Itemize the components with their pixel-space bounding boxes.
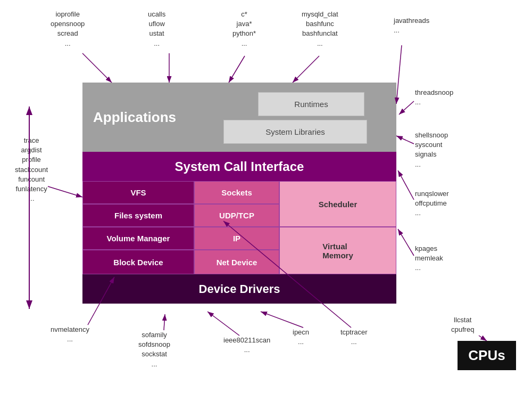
label-top-center: c*java*python*... [232,10,256,48]
label-bot-left: nvmelatency... [51,325,89,344]
svg-line-6 [229,56,245,83]
label-left-side: traceargdistprofilestackcountfuncountfun… [15,136,48,203]
label-right-mid-top: shellsnoopsyscountsignals... [415,130,448,169]
svg-line-10 [396,136,414,144]
label-bot-right: tcptracer... [340,328,368,347]
label-top-left: ioprofileopensnoopscread... [51,10,85,48]
drivers-title: Device Drivers [199,282,280,296]
svg-line-18 [479,336,487,341]
cell-net-device: Net Device [194,250,279,274]
svg-line-15 [207,312,239,336]
label-bot-center: ieee80211scan... [223,336,270,355]
layer-device-drivers: Device Drivers [82,274,396,304]
cell-udptcp: UDP/TCP [194,204,279,227]
svg-line-4 [82,53,112,83]
cell-filesystem: Files system [82,204,194,227]
svg-line-16 [261,312,303,328]
label-bot-center-right: ipecn... [293,328,309,347]
layer-applications: Applications Runtimes System Libraries [82,83,396,152]
svg-line-7 [293,56,319,83]
box-system-libraries: System Libraries [223,120,367,144]
label-bot-center-left: sofamilysofdsnoopsockstat... [138,330,170,369]
main-diagram: Applications Runtimes System Libraries S… [82,83,396,312]
label-top-right: javathreads... [394,16,429,35]
cell-vfs: VFS [82,181,194,204]
label-bot-far-right: llcstatcpufreq [451,315,474,334]
cell-volume-manager: Volume Manager [82,227,194,250]
cell-scheduler: Scheduler [279,181,396,227]
cpus-title: CPUs [468,347,505,364]
label-right-top: threadsnoop... [415,88,453,107]
layer-syscall: System Call Interface [82,152,396,181]
cell-virtual-memory: Virtual Memory [279,227,396,274]
syscall-title: System Call Interface [175,159,304,174]
cell-ip: IP [194,227,279,250]
diagram-container: ioprofileopensnoopscread... ucallsuflowu… [0,0,532,400]
label-top-center-left: ucallsuflowustat... [148,10,165,48]
label-top-center-right: mysqld_clatbashfuncbashfunclat... [302,10,338,48]
label-right-mid: runqsloweroffcputime... [415,189,449,218]
applications-title: Applications [93,109,176,126]
svg-line-14 [164,314,165,330]
box-runtimes: Runtimes [258,92,364,116]
svg-line-19 [48,186,82,197]
svg-line-8 [396,45,402,104]
svg-line-9 [399,101,414,115]
cell-block-device: Block Device [82,250,194,274]
svg-line-11 [398,170,414,200]
cell-sockets: Sockets [194,181,279,204]
cpus-box: CPUs [458,341,516,370]
svg-line-12 [398,229,414,256]
label-right-mid-bot: kpagesmemleak... [415,244,443,273]
